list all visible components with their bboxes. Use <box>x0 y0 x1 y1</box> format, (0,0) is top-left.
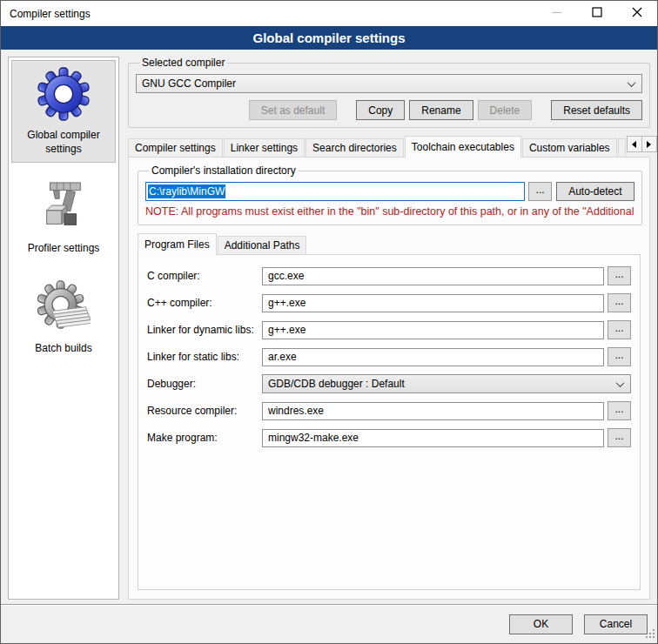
page-title: Global compiler settings <box>1 26 657 50</box>
dialog-footer: OK Cancel <box>1 604 657 643</box>
static-linker-input[interactable]: ar.exe <box>262 348 604 366</box>
form-row: Debugger: GDB/CDB debugger : Default <box>147 374 631 393</box>
gear-stack-icon <box>37 280 91 337</box>
compiler-settings-dialog: Compiler settings Global compiler settin… <box>0 0 658 644</box>
selected-compiler-group: Selected compiler GNU GCC Compiler Set a… <box>128 57 650 128</box>
static-linker-browse-button[interactable]: ... <box>608 347 631 366</box>
rename-button[interactable]: Rename <box>409 100 473 120</box>
settings-tabs: Compiler settings Linker settings Search… <box>128 136 650 157</box>
arrow-left-icon <box>632 141 636 148</box>
resource-compiler-label: Resource compiler: <box>147 405 262 417</box>
cpp-compiler-input[interactable]: g++.exe <box>262 294 604 312</box>
tab-search-directories[interactable]: Search directories <box>306 138 404 157</box>
cpp-compiler-value: g++.exe <box>268 297 306 309</box>
sidebar-item-label: Profiler settings <box>18 242 109 256</box>
static-linker-label: Linker for static libs: <box>147 351 262 363</box>
minimize-icon <box>552 7 562 20</box>
debugger-select[interactable]: GDB/CDB debugger : Default <box>262 374 631 393</box>
cpp-compiler-browse-button[interactable]: ... <box>608 293 631 312</box>
tab-build-options[interactable]: Build options <box>618 138 626 157</box>
set-as-default-button: Set as default <box>249 100 337 120</box>
cpp-compiler-label: C++ compiler: <box>147 297 262 309</box>
program-tabs: Program Files Additional Paths <box>138 233 641 254</box>
tab-additional-paths[interactable]: Additional Paths <box>218 236 307 254</box>
make-program-input[interactable]: mingw32-make.exe <box>262 429 604 447</box>
installation-directory-value: C:\raylib\MinGW <box>148 184 225 198</box>
resize-grip-icon[interactable] <box>645 628 655 641</box>
close-icon <box>632 7 642 20</box>
form-row: Linker for static libs: ar.exe ... <box>147 347 631 366</box>
caliper-icon <box>37 180 91 237</box>
form-row: Resource compiler: windres.exe ... <box>147 401 631 420</box>
sidebar-item-batch-builds[interactable]: Batch builds <box>11 273 116 363</box>
tab-custom-variables[interactable]: Custom variables <box>522 138 617 157</box>
make-program-value: mingw32-make.exe <box>268 432 359 444</box>
static-linker-value: ar.exe <box>268 351 297 363</box>
debugger-label: Debugger: <box>147 378 262 390</box>
reset-defaults-button[interactable]: Reset defaults <box>551 100 642 120</box>
form-row: Make program: mingw32-make.exe ... <box>147 428 631 447</box>
sidebar-item-label: Batch builds <box>18 342 109 356</box>
form-row: Linker for dynamic libs: g++.exe ... <box>147 320 631 339</box>
installation-directory-group: Compiler's installation directory C:\ray… <box>138 164 642 225</box>
dynamic-linker-value: g++.exe <box>268 324 306 336</box>
sidebar-item-label: Global compiler settings <box>18 129 109 156</box>
chevron-down-icon <box>628 78 636 87</box>
minimize-button <box>537 1 577 26</box>
make-program-label: Make program: <box>147 432 262 444</box>
compiler-select[interactable]: GNU GCC Compiler <box>136 74 642 93</box>
tab-scroll-buttons <box>627 136 657 152</box>
debugger-value: GDB/CDB debugger : Default <box>268 378 405 390</box>
tab-scroll-left-button[interactable] <box>627 136 642 152</box>
tab-scroll-right-button[interactable] <box>641 136 657 152</box>
dynamic-linker-input[interactable]: g++.exe <box>262 321 604 339</box>
blue-gear-icon <box>37 67 91 124</box>
tab-linker-settings[interactable]: Linker settings <box>224 138 305 157</box>
chevron-down-icon <box>616 379 625 387</box>
installation-directory-group-label: Compiler's installation directory <box>149 164 299 177</box>
close-button[interactable] <box>617 1 657 26</box>
settings-category-list: Global compiler settings <box>8 57 119 600</box>
resource-compiler-input[interactable]: windres.exe <box>262 402 604 420</box>
window-title: Compiler settings <box>1 8 537 20</box>
compiler-select-value: GNU GCC Compiler <box>142 77 236 90</box>
c-compiler-value: gcc.exe <box>268 270 304 282</box>
tab-toolchain-executables[interactable]: Toolchain executables <box>405 136 521 158</box>
copy-button[interactable]: Copy <box>356 100 405 120</box>
maximize-icon <box>592 7 602 20</box>
auto-detect-button[interactable]: Auto-detect <box>556 182 634 201</box>
title-bar: Compiler settings <box>1 1 657 26</box>
maximize-button[interactable] <box>577 1 617 26</box>
c-compiler-label: C compiler: <box>147 270 262 282</box>
c-compiler-browse-button[interactable]: ... <box>608 266 631 285</box>
program-files-page: C compiler: gcc.exe ... C++ compiler: g+… <box>138 254 641 590</box>
tab-program-files[interactable]: Program Files <box>138 233 217 255</box>
directory-note: NOTE: All programs must exist either in … <box>145 205 634 218</box>
make-program-browse-button[interactable]: ... <box>608 428 631 447</box>
sidebar-item-profiler-settings[interactable]: Profiler settings <box>11 173 116 263</box>
ok-button[interactable]: OK <box>509 614 573 634</box>
resource-compiler-value: windres.exe <box>268 405 324 417</box>
c-compiler-input[interactable]: gcc.exe <box>262 267 604 285</box>
toolchain-executables-page: Compiler's installation directory C:\ray… <box>128 157 650 600</box>
form-row: C++ compiler: g++.exe ... <box>147 293 631 312</box>
resource-compiler-browse-button[interactable]: ... <box>608 401 631 420</box>
selected-compiler-group-label: Selected compiler <box>139 57 227 69</box>
arrow-right-icon <box>647 141 651 148</box>
dynamic-linker-browse-button[interactable]: ... <box>608 320 631 339</box>
tab-compiler-settings[interactable]: Compiler settings <box>128 138 223 157</box>
cancel-button[interactable]: Cancel <box>584 614 648 634</box>
dynamic-linker-label: Linker for dynamic libs: <box>147 324 262 336</box>
window-controls <box>537 1 657 26</box>
installation-directory-input[interactable]: C:\raylib\MinGW <box>145 182 525 201</box>
sidebar-item-global-compiler-settings[interactable]: Global compiler settings <box>11 60 116 163</box>
delete-button: Delete <box>478 100 533 120</box>
form-row: C compiler: gcc.exe ... <box>147 266 631 285</box>
browse-directory-button[interactable]: ... <box>528 182 552 201</box>
compiler-actions: Set as default Copy Rename Delete Reset … <box>136 100 642 120</box>
